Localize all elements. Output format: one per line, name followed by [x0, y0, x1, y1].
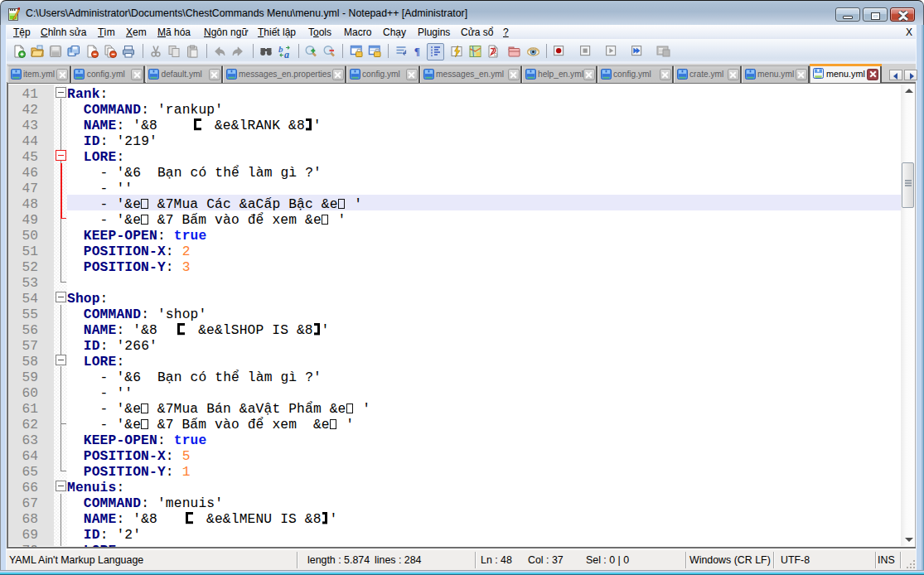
svg-text:D: D: [494, 52, 498, 57]
svg-text:a: a: [284, 49, 289, 58]
svg-text:¶: ¶: [414, 45, 420, 57]
svg-text:b: b: [278, 45, 283, 54]
